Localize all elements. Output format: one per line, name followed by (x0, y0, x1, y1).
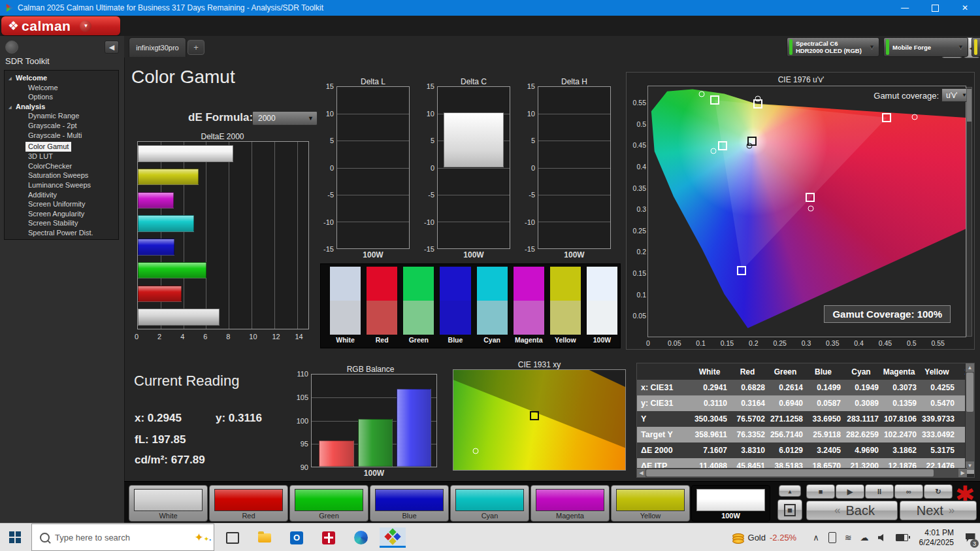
outlook-button[interactable]: O (284, 527, 310, 548)
sidebar-item-grayscale-2pt[interactable]: Grayscale - 2pt (5, 121, 118, 131)
start-button[interactable] (9, 531, 21, 543)
back-button[interactable]: « Back (806, 501, 898, 520)
swatch-cyan (477, 267, 508, 335)
pattern-button-red[interactable]: Red (209, 485, 288, 522)
sidebar-collapse-button[interactable]: ◀ (105, 41, 119, 54)
gridline (229, 142, 229, 329)
sidebar-item-options[interactable]: Options (5, 92, 118, 102)
pattern-color-patch (696, 489, 765, 511)
pause-button[interactable]: II (865, 484, 894, 499)
table-column-header: Green (768, 367, 806, 376)
gold-widget-label[interactable]: Gold (748, 533, 766, 543)
delta_h-y-tick: 10 (521, 110, 535, 118)
refresh-button[interactable]: ↻ (924, 484, 953, 499)
calman-dropdown-icon[interactable]: ▼ (80, 20, 91, 32)
de-formula-dropdown[interactable]: 2000 ▼ (252, 111, 318, 125)
tray-expand-icon[interactable]: ∧ (813, 533, 819, 543)
onedrive-cloud-icon[interactable]: ☁ (860, 533, 869, 543)
clock[interactable]: 4:01 PM 6/24/2025 (919, 528, 954, 548)
file-explorer-button[interactable] (252, 527, 278, 548)
maximize-button[interactable] (920, 0, 950, 16)
cie-x-tick: 0 (640, 339, 657, 347)
deltae-bar-blue (138, 239, 174, 256)
pattern-button-blue[interactable]: Blue (370, 485, 449, 522)
gift-app-button[interactable] (316, 527, 342, 548)
cie-x-tick: 0.05 (666, 339, 683, 347)
sidebar-item-color-gamut[interactable]: Color Gamut (25, 142, 71, 152)
tab-infinixgt30pro[interactable]: infinixgt30pro (129, 37, 186, 57)
delta_c-category: 100W (437, 250, 510, 259)
battery-icon[interactable] (896, 534, 908, 541)
pattern-button-cyan[interactable]: Cyan (450, 485, 529, 522)
wifi-icon[interactable]: ≋ (845, 533, 852, 543)
table-cell: 0.4255 (919, 383, 957, 392)
swatch-target (587, 301, 617, 335)
table-row: y: CIE310.31100.31640.69400.05870.30890.… (637, 395, 975, 411)
next-button[interactable]: Next » (900, 501, 977, 520)
pattern-button-green[interactable]: Green (289, 485, 368, 522)
sidebar-pin-button[interactable] (5, 41, 18, 54)
gridline (206, 142, 206, 329)
gold-widget-icon[interactable] (732, 533, 744, 542)
sidebar-item-screen-uniformity[interactable]: Screen Uniformity (5, 199, 118, 209)
search-placeholder: Type here to search (55, 533, 195, 543)
app-header: ❖ calman ▼ (0, 16, 980, 36)
stop-button[interactable]: ■ (806, 484, 835, 499)
sidebar-item-welcome[interactable]: Welcome (5, 83, 118, 93)
sidebar-item-luminance-sweeps[interactable]: Luminance Sweeps (5, 180, 118, 190)
calman-menu-button[interactable]: ❖ calman ▼ (1, 16, 120, 35)
sidebar-item-screen-stability[interactable]: Screen Stability (5, 218, 118, 228)
delta_l-title: Delta L (336, 77, 410, 86)
pattern-collapse-button[interactable]: ▴ (779, 485, 801, 497)
phone-link-icon[interactable] (828, 532, 836, 543)
taskbar-search[interactable]: Type here to search ✦✦• (31, 524, 214, 551)
table-cell: 7.1607 (692, 446, 730, 455)
gridline (337, 195, 409, 195)
task-view-button[interactable] (220, 527, 246, 548)
device-meter-2[interactable]: Direct Display Control▼ (972, 37, 980, 57)
cie-1931-shade (453, 370, 625, 470)
calman-taskbar-button[interactable] (380, 527, 406, 548)
sidebar-item-grayscale-multi[interactable]: Grayscale - Multi (5, 131, 118, 141)
sidebar-item-saturation-sweeps[interactable]: Saturation Sweeps (5, 171, 118, 180)
big-stop-button[interactable]: ■ (777, 499, 802, 520)
delta_h-y-tick: 5 (521, 137, 535, 144)
edge-button[interactable] (348, 527, 374, 548)
sidebar-item-dynamic-range[interactable]: Dynamic Range (5, 111, 118, 121)
gold-widget-change[interactable]: -2.25% (770, 533, 796, 543)
task-view-icon (226, 532, 239, 544)
cie-zoom-scrollbar[interactable] (966, 87, 972, 337)
sidebar-item-additivity[interactable]: Additivity (5, 190, 118, 200)
volume-icon[interactable] (878, 534, 887, 542)
loop-button[interactable]: ∞ (894, 484, 923, 499)
cie-x-tick: 0.3 (798, 339, 815, 347)
sidebar-item-screen-angularity[interactable]: Screen Angularity (5, 209, 118, 219)
pattern-button-label: Magenta (531, 512, 609, 520)
device-meter-1[interactable]: Mobile Forge▼ (883, 37, 968, 57)
sidebar-item-welcome[interactable]: Welcome (5, 73, 118, 83)
copilot-sparkle-icon[interactable]: ✦✦• (195, 531, 211, 544)
notification-center-button[interactable]: 3 (960, 524, 980, 551)
sidebar-item-colorchecker[interactable]: ColorChecker (5, 161, 118, 171)
device-meter-0[interactable]: SpectraCal C6 HDR2000 OLED (RGB)▼ (787, 37, 879, 57)
close-button[interactable]: ✕ (950, 0, 980, 16)
pattern-button-100w[interactable]: 100W (691, 485, 770, 522)
table-cell: 0.3073 (881, 383, 919, 392)
table-row-label: y: CIE31 (637, 399, 692, 408)
table-vertical-scrollbar[interactable]: ▲ ▼ (965, 363, 974, 470)
table-horizontal-scrollbar[interactable]: ◀ ▶ (637, 468, 967, 477)
pattern-button-yellow[interactable]: Yellow (611, 485, 690, 522)
pattern-button-magenta[interactable]: Magenta (531, 485, 610, 522)
rgb-balance-title: RGB Balance (302, 365, 439, 374)
swatch-target (514, 301, 544, 335)
table-column-header: Cyan (843, 367, 881, 376)
minimize-button[interactable]: — (890, 0, 920, 16)
new-tab-button[interactable]: + (188, 40, 204, 55)
delta_c-title: Delta C (437, 77, 510, 86)
sidebar-item-spectral-power-dist-[interactable]: Spectral Power Dist. (5, 228, 118, 238)
edge-icon (354, 531, 368, 544)
pattern-button-white[interactable]: White (129, 485, 208, 522)
play-button[interactable]: ▶ (836, 484, 864, 499)
sidebar-item-3d-lut[interactable]: 3D LUT (5, 152, 118, 161)
sidebar-item-analysis[interactable]: Analysis (5, 102, 118, 112)
